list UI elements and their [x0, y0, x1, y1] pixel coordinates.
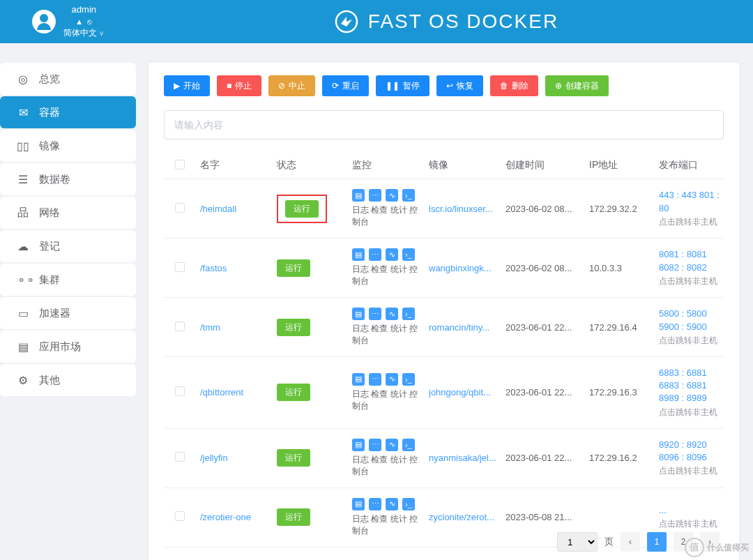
- console-icon[interactable]: ›_: [402, 189, 415, 202]
- inspect-icon[interactable]: ⋯: [369, 308, 381, 320]
- stop-button[interactable]: ■停止: [217, 75, 261, 96]
- sidebar-item-registry[interactable]: ☁登记: [0, 230, 136, 262]
- logs-icon[interactable]: ▤: [352, 498, 365, 510]
- select-all-checkbox[interactable]: [175, 160, 185, 169]
- logs-icon[interactable]: ▤: [352, 373, 365, 386]
- console-icon[interactable]: ›_: [402, 439, 415, 451]
- monitor-labels: 日志 检查 统计 控制台: [352, 388, 420, 412]
- logs-icon[interactable]: ▤: [352, 248, 365, 261]
- logout-icon[interactable]: ⎋: [87, 17, 92, 26]
- logs-icon[interactable]: ▤: [352, 189, 365, 202]
- container-name-link[interactable]: /heimdall: [200, 204, 236, 214]
- ports-link[interactable]: 443 : 443 801 : 80: [659, 189, 720, 214]
- stats-icon[interactable]: ∿: [386, 498, 398, 510]
- container-name-link[interactable]: /fastos: [200, 263, 227, 273]
- monitor-labels: 日志 检查 统计 控制台: [352, 513, 420, 537]
- row-checkbox[interactable]: [175, 203, 185, 213]
- stats-icon[interactable]: ∿: [386, 439, 398, 451]
- sidebar-item-overview[interactable]: ◎总览: [0, 63, 136, 95]
- stats-icon[interactable]: ∿: [386, 189, 398, 202]
- container-name-link[interactable]: /qbittorrent: [200, 387, 243, 398]
- console-icon[interactable]: ›_: [402, 498, 415, 510]
- language-selector[interactable]: 简体中文: [63, 28, 97, 38]
- cluster-icon: ⚬⚬: [17, 273, 29, 287]
- image-link[interactable]: zyclonite/zerot...: [429, 512, 497, 522]
- table-row: /heimdall 运行 ▤ ⋯ ∿ ›_ 日志 检查 统计 控制台 lscr.…: [164, 179, 724, 239]
- monitor-labels: 日志 检查 统计 控制台: [352, 204, 420, 228]
- delete-button[interactable]: 🗑删除: [490, 75, 538, 96]
- ports-link[interactable]: 8081 : 8081 8082 : 8082: [659, 248, 720, 273]
- ports-link[interactable]: ...: [659, 504, 720, 517]
- volume-icon: ☰: [17, 173, 29, 186]
- abort-icon: ⊘: [278, 81, 285, 91]
- image-link[interactable]: johngong/qbit...: [429, 387, 497, 398]
- sidebar-item-market[interactable]: ▤应用市场: [0, 331, 136, 363]
- ip-cell: 172.29.32.2: [585, 179, 655, 239]
- trash-icon: 🗑: [500, 81, 508, 91]
- console-icon[interactable]: ›_: [402, 248, 415, 261]
- abort-button[interactable]: ⊘中止: [268, 75, 315, 96]
- stats-icon[interactable]: ∿: [386, 248, 398, 261]
- created-cell: 2023-06-02 08...: [501, 179, 585, 239]
- search-input[interactable]: [164, 110, 724, 139]
- monitor-labels: 日志 检查 统计 控制台: [352, 323, 420, 347]
- image-link[interactable]: nyanmisaka/jel...: [429, 453, 497, 463]
- prev-page-button[interactable]: ‹: [621, 532, 640, 552]
- inspect-icon[interactable]: ⋯: [369, 373, 381, 386]
- container-name-link[interactable]: /jellyfin: [200, 453, 228, 463]
- row-checkbox[interactable]: [175, 511, 185, 521]
- image-link[interactable]: lscr.io/linuxser...: [429, 204, 497, 214]
- user-block[interactable]: admin ▲ ⎋ 简体中文 ∨: [0, 4, 136, 39]
- sidebar-item-volumes[interactable]: ☰数据卷: [0, 163, 136, 195]
- inspect-icon[interactable]: ⋯: [369, 189, 381, 202]
- toolbar: ▶开始 ■停止 ⊘中止 ⟳重启 ❚❚暂停 ↩恢复 🗑删除 ⊕创建容器: [164, 75, 724, 96]
- page-1-button[interactable]: 1: [647, 532, 667, 552]
- play-icon: ▶: [174, 81, 180, 91]
- sidebar-item-cluster[interactable]: ⚬⚬集群: [0, 264, 136, 296]
- stats-icon[interactable]: ∿: [386, 308, 398, 320]
- restart-button[interactable]: ⟳重启: [322, 75, 369, 96]
- stats-icon[interactable]: ∿: [386, 373, 398, 386]
- pause-button[interactable]: ❚❚暂停: [376, 75, 429, 96]
- page-size-select[interactable]: 1: [557, 532, 598, 552]
- store-icon: ▤: [17, 340, 29, 354]
- create-button[interactable]: ⊕创建容器: [545, 75, 609, 96]
- row-checkbox[interactable]: [175, 262, 185, 272]
- sidebar-item-network[interactable]: 品网络: [0, 197, 136, 229]
- gear-icon: ⚙: [17, 374, 29, 387]
- containers-table: 名字 状态 监控 镜像 创建时间 IP地址 发布端口 /heimdall 运行 …: [164, 152, 724, 547]
- logs-icon[interactable]: ▤: [352, 439, 365, 451]
- ip-cell: 172.29.16.4: [585, 298, 655, 357]
- container-name-link[interactable]: /tmm: [200, 322, 220, 333]
- console-icon[interactable]: ›_: [402, 373, 415, 386]
- network-icon: 品: [17, 206, 29, 220]
- table-row: /qbittorrent 运行 ▤ ⋯ ∿ ›_ 日志 检查 统计 控制台 jo…: [164, 357, 724, 429]
- overview-icon: ◎: [17, 73, 29, 86]
- status-tag: 运行: [277, 259, 310, 277]
- row-checkbox[interactable]: [175, 321, 185, 331]
- inspect-icon[interactable]: ⋯: [369, 498, 381, 510]
- logs-icon[interactable]: ▤: [352, 308, 365, 320]
- resume-button[interactable]: ↩恢复: [436, 75, 483, 96]
- inspect-icon[interactable]: ⋯: [369, 439, 381, 451]
- sidebar-item-other[interactable]: ⚙其他: [0, 364, 136, 396]
- ports-link[interactable]: 8920 : 8920 8096 : 8096: [659, 439, 720, 464]
- inspect-icon[interactable]: ⋯: [369, 248, 381, 261]
- sidebar-item-accelerator[interactable]: ▭加速器: [0, 297, 136, 329]
- sidebar-item-containers[interactable]: ✉容器: [0, 96, 136, 128]
- created-cell: 2023-06-02 08...: [501, 239, 585, 298]
- created-cell: 2023-06-01 22...: [501, 428, 585, 487]
- container-name-link[interactable]: /zerotier-one: [200, 512, 251, 522]
- ports-link[interactable]: 6883 : 6881 6883 : 6881 8989 : 8989: [659, 367, 720, 405]
- sidebar-item-images[interactable]: ▯▯镜像: [0, 130, 136, 162]
- image-link[interactable]: romancin/tiny...: [429, 322, 497, 333]
- start-button[interactable]: ▶开始: [164, 75, 210, 96]
- table-header: 名字 状态 监控 镜像 创建时间 IP地址 发布端口: [164, 152, 724, 179]
- row-checkbox[interactable]: [175, 452, 185, 462]
- console-icon[interactable]: ›_: [402, 308, 415, 320]
- status-tag: 运行: [285, 200, 319, 218]
- image-link[interactable]: wangbinxingk...: [429, 263, 497, 273]
- user-icon: ▲: [75, 17, 83, 26]
- row-checkbox[interactable]: [175, 386, 185, 396]
- ports-link[interactable]: 5800 : 5800 5900 : 5900: [659, 308, 720, 333]
